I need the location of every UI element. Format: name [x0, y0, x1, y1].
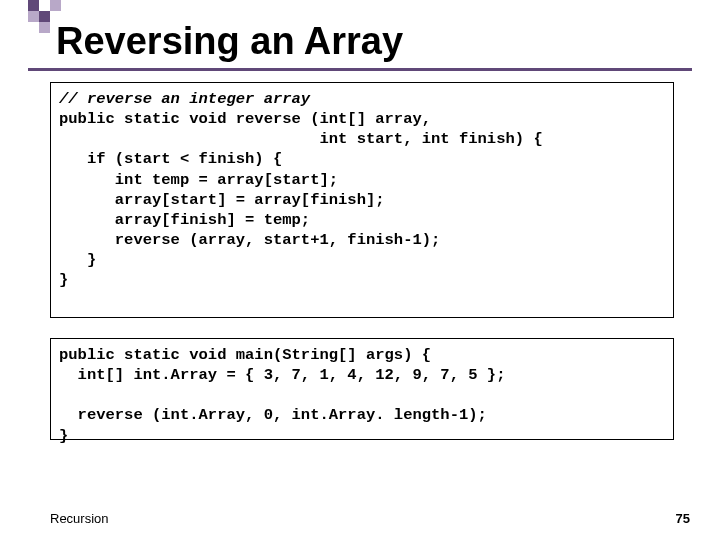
code-block-main: public static void main(String[] args) {… — [50, 338, 674, 440]
code-line: reverse (int.Array, 0, int.Array. length… — [59, 406, 487, 424]
code-line: } — [59, 271, 68, 289]
code-line: int[] int.Array = { 3, 7, 1, 4, 12, 9, 7… — [59, 366, 505, 384]
code-line: int start, int finish) { — [59, 130, 543, 148]
footer-topic: Recursion — [50, 511, 109, 526]
code-line: reverse (array, start+1, finish-1); — [59, 231, 440, 249]
page-number: 75 — [676, 511, 690, 526]
code-block-reverse: // reverse an integer array public stati… — [50, 82, 674, 318]
code-line: if (start < finish) { — [59, 150, 282, 168]
code-comment: // reverse an integer array — [59, 90, 310, 108]
slide-title: Reversing an Array — [56, 20, 403, 63]
code-line: } — [59, 427, 68, 445]
code-line: public static void main(String[] args) { — [59, 346, 431, 364]
code-line: } — [59, 251, 96, 269]
code-line: public static void reverse (int[] array, — [59, 110, 431, 128]
title-underline — [28, 68, 692, 71]
code-line: array[finish] = temp; — [59, 211, 310, 229]
code-line: int temp = array[start]; — [59, 171, 338, 189]
code-line: array[start] = array[finish]; — [59, 191, 385, 209]
